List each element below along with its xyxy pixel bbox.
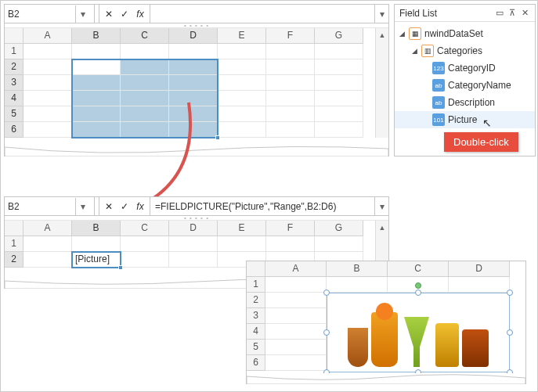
name-box[interactable]: ▾	[5, 5, 95, 23]
resize-handle[interactable]	[415, 290, 421, 296]
formula-input-wrap[interactable]	[150, 197, 374, 215]
row-header[interactable]: 2	[247, 293, 265, 308]
col-header[interactable]: A	[23, 221, 72, 236]
col-header[interactable]: B	[327, 261, 388, 277]
vertical-scrollbar[interactable]: ▲	[375, 28, 388, 138]
row-header[interactable]: 1	[5, 236, 23, 252]
name-box[interactable]: ▾	[5, 197, 95, 215]
formula-expand[interactable]: ▾	[374, 197, 388, 215]
row-header[interactable]: 5	[5, 106, 23, 122]
col-header[interactable]: E	[218, 221, 266, 236]
tree-label: Picture	[448, 114, 477, 125]
row-header[interactable]: 4	[247, 324, 265, 340]
cell-b2[interactable]: [Picture]	[72, 252, 121, 268]
row-header[interactable]: 6	[5, 122, 23, 138]
col-header[interactable]: F	[266, 221, 315, 236]
tree-label: CategoryID	[448, 63, 496, 74]
field-tree: ◢ ▦ nwindDataSet ◢ ▥ Categories 123 Cate…	[395, 22, 535, 131]
grid-top: A B C D E F G 1 2 3 4 5 6	[5, 28, 388, 138]
col-header[interactable]: F	[266, 28, 315, 44]
col-header[interactable]: B	[72, 221, 121, 236]
scroll-up-icon[interactable]: ▲	[376, 28, 388, 41]
fx-icon[interactable]: fx	[134, 201, 146, 212]
dock-icon[interactable]: ▭	[494, 8, 505, 18]
col-header[interactable]: C	[121, 28, 169, 44]
col-header[interactable]: D	[169, 221, 218, 236]
resize-handle[interactable]	[323, 329, 330, 336]
pin-icon[interactable]: ⊼	[507, 8, 518, 18]
col-header[interactable]: C	[121, 221, 169, 236]
formula-input[interactable]	[155, 198, 370, 215]
row-header[interactable]: 1	[247, 277, 265, 293]
tree-node-dataset[interactable]: ◢ ▦ nwindDataSet	[395, 25, 535, 42]
name-box-dropdown[interactable]: ▾	[75, 5, 89, 23]
fx-icon[interactable]: fx	[134, 9, 146, 20]
tree-label: Categories	[437, 45, 482, 56]
row-header[interactable]: 6	[247, 355, 265, 371]
tree-node-field[interactable]: 123 CategoryID	[395, 59, 535, 77]
tree-node-field[interactable]: ab Description	[395, 94, 535, 111]
cancel-icon[interactable]: ✕	[103, 201, 115, 212]
row-header[interactable]: 2	[5, 252, 23, 268]
col-header[interactable]: C	[388, 261, 449, 277]
row-header[interactable]: 5	[247, 340, 265, 355]
image-field-icon: 101	[432, 113, 445, 126]
resize-handle[interactable]	[507, 290, 513, 296]
row-header[interactable]: 4	[5, 91, 23, 106]
select-all-corner[interactable]	[5, 28, 23, 44]
rotate-handle[interactable]	[415, 282, 421, 289]
expander-icon[interactable]: ◢	[399, 30, 409, 38]
formula-expand[interactable]: ▾	[374, 5, 388, 23]
col-header[interactable]: A	[23, 28, 72, 44]
tree-node-field[interactable]: ab CategoryName	[395, 77, 535, 94]
picture-object[interactable]	[327, 293, 510, 372]
column-headers: A B C D E F G	[5, 28, 388, 44]
formula-input-wrap[interactable]	[150, 5, 374, 23]
tree-label: Description	[448, 97, 495, 108]
expander-icon[interactable]: ◢	[412, 47, 421, 55]
tree-node-table[interactable]: ◢ ▥ Categories	[395, 42, 535, 59]
row-headers: 1 2 3 4 5 6	[5, 44, 23, 138]
select-all-corner[interactable]	[247, 261, 265, 277]
accept-icon[interactable]: ✓	[118, 201, 131, 212]
text-field-icon: ab	[432, 79, 445, 92]
formula-input[interactable]	[155, 5, 370, 23]
number-field-icon: 123	[432, 62, 445, 74]
name-box-input[interactable]	[5, 5, 75, 23]
preview-grid: A B C D 1 2 3 4 5 6	[246, 261, 526, 384]
cells-area[interactable]	[23, 44, 363, 138]
formula-buttons: ✕ ✓ fx	[99, 197, 150, 215]
col-header[interactable]: E	[218, 28, 266, 44]
formula-buttons: ✕ ✓ fx	[99, 5, 150, 23]
tree-label: nwindDataSet	[424, 28, 483, 39]
row-header[interactable]: 3	[247, 308, 265, 324]
tree-label: CategoryName	[448, 80, 511, 91]
tree-node-field-picture[interactable]: 101 Picture	[395, 111, 535, 128]
name-box-input[interactable]	[5, 198, 75, 215]
callout-double-click: Double-click	[444, 132, 518, 152]
scroll-up-icon[interactable]: ▲	[376, 221, 388, 234]
text-field-icon: ab	[432, 96, 445, 109]
name-box-dropdown[interactable]: ▾	[75, 198, 89, 215]
cancel-icon[interactable]: ✕	[103, 9, 115, 20]
formula-bar-top: ▾ ✕ ✓ fx ▾	[5, 5, 388, 23]
field-list-title: Field List	[399, 8, 437, 19]
close-icon[interactable]: ✕	[519, 8, 530, 18]
row-header[interactable]: 2	[5, 59, 23, 75]
row-header[interactable]: 1	[5, 44, 23, 59]
row-header[interactable]: 3	[5, 75, 23, 91]
resize-handle[interactable]	[507, 329, 513, 336]
picture-preview	[327, 293, 509, 372]
table-icon: ▥	[421, 45, 434, 57]
dataset-icon: ▦	[409, 27, 421, 40]
col-header[interactable]: A	[265, 261, 327, 277]
col-header[interactable]: G	[315, 28, 363, 44]
select-all-corner[interactable]	[5, 221, 23, 236]
col-header[interactable]: G	[315, 221, 363, 236]
formula-bar-bottom: ▾ ✕ ✓ fx ▾	[5, 197, 388, 216]
col-header[interactable]: D	[449, 261, 510, 277]
resize-handle[interactable]	[323, 290, 330, 296]
col-header[interactable]: D	[169, 28, 218, 44]
accept-icon[interactable]: ✓	[118, 9, 131, 20]
col-header[interactable]: B	[72, 28, 121, 44]
